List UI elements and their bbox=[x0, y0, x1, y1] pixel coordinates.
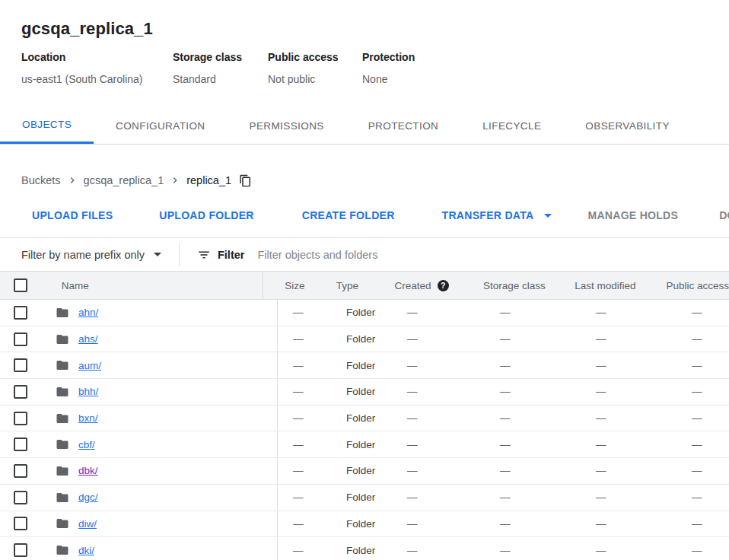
tab-lifecycle[interactable]: LIFECYCLE bbox=[460, 108, 563, 144]
row-checkbox[interactable] bbox=[14, 543, 27, 557]
row-last-modified: — bbox=[581, 300, 676, 326]
row-checkbox[interactable] bbox=[14, 358, 27, 372]
folder-link[interactable]: bhh/ bbox=[78, 386, 98, 397]
row-type: Folder bbox=[331, 352, 392, 378]
filter-scope-label: Filter by name prefix only bbox=[21, 249, 145, 261]
manage-holds-button[interactable]: MANAGE HOLDS bbox=[578, 202, 687, 229]
folder-link[interactable]: bxn/ bbox=[78, 412, 98, 424]
upload-files-button[interactable]: UPLOAD FILES bbox=[23, 202, 122, 229]
row-size: — bbox=[278, 352, 331, 378]
table-row: cbf/—Folder———— bbox=[0, 431, 729, 458]
column-header-storage-class: Storage class bbox=[462, 272, 553, 299]
row-storage-class: — bbox=[485, 406, 581, 431]
row-checkbox[interactable] bbox=[14, 491, 27, 504]
row-created: — bbox=[392, 326, 485, 352]
row-type: Folder bbox=[331, 406, 392, 431]
folder-icon bbox=[56, 464, 69, 478]
row-checkbox[interactable] bbox=[14, 385, 27, 399]
folder-link[interactable]: diw/ bbox=[78, 518, 97, 530]
bucket-meta: Location us-east1 (South Carolina) Stora… bbox=[21, 50, 729, 86]
filter-scope-dropdown[interactable]: Filter by name prefix only bbox=[21, 249, 161, 261]
table-body: ahn/—Folder————ahs/—Folder————aum/—Folde… bbox=[0, 300, 729, 560]
help-icon[interactable]: ? bbox=[438, 280, 449, 291]
upload-folder-button[interactable]: UPLOAD FOLDER bbox=[150, 202, 263, 229]
table-row: ahn/—Folder———— bbox=[0, 300, 729, 326]
row-last-modified: — bbox=[581, 537, 676, 560]
row-name-cell: ahs/ bbox=[43, 326, 278, 352]
row-last-modified: — bbox=[581, 431, 676, 457]
row-checkbox[interactable] bbox=[14, 332, 27, 346]
table-row: dki/—Folder———— bbox=[0, 537, 729, 560]
row-public-access: — bbox=[676, 326, 729, 352]
transfer-data-button[interactable]: TRANSFER DATA bbox=[433, 202, 562, 229]
tab-objects[interactable]: OBJECTS bbox=[0, 108, 94, 144]
filter-list-icon bbox=[197, 248, 211, 262]
row-size: — bbox=[278, 379, 331, 405]
row-name-cell: dbk/ bbox=[43, 458, 278, 484]
folder-link[interactable]: dbk/ bbox=[78, 465, 98, 476]
row-checkbox[interactable] bbox=[14, 517, 27, 530]
row-public-access: — bbox=[676, 300, 729, 326]
column-header-name: Name bbox=[41, 272, 263, 299]
dropdown-arrow-icon bbox=[544, 214, 552, 218]
folder-icon bbox=[56, 358, 69, 372]
download-button[interactable]: DOWNLOAD bbox=[710, 202, 729, 229]
row-last-modified: — bbox=[581, 326, 676, 352]
meta-value: Standard bbox=[173, 72, 268, 86]
row-storage-class: — bbox=[485, 485, 581, 511]
row-checkbox-cell bbox=[0, 511, 43, 537]
row-created: — bbox=[392, 458, 485, 484]
row-last-modified: — bbox=[581, 352, 676, 378]
filter-bar: Filter by name prefix only Filter bbox=[0, 238, 729, 272]
row-type: Folder bbox=[331, 511, 392, 537]
table-row: diw/—Folder———— bbox=[0, 511, 729, 538]
row-created: — bbox=[392, 379, 485, 405]
folder-link[interactable]: dgc/ bbox=[78, 492, 98, 503]
row-name-cell: dki/ bbox=[43, 537, 278, 560]
row-checkbox-cell bbox=[0, 300, 43, 326]
breadcrumb-buckets[interactable]: Buckets bbox=[21, 174, 61, 186]
bucket-header: gcsqa_replica_1 Location us-east1 (South… bbox=[0, 0, 729, 86]
object-actions-toolbar: UPLOAD FILES UPLOAD FOLDER CREATE FOLDER… bbox=[0, 202, 729, 229]
create-folder-button[interactable]: CREATE FOLDER bbox=[293, 202, 404, 229]
table-row: dgc/—Folder———— bbox=[0, 485, 729, 511]
folder-link[interactable]: cbf/ bbox=[78, 439, 95, 450]
copy-path-icon[interactable] bbox=[239, 174, 252, 187]
breadcrumb-bucket-name[interactable]: gcsqa_replica_1 bbox=[84, 174, 164, 186]
row-last-modified: — bbox=[581, 485, 676, 511]
tab-observability[interactable]: OBSERVABILITY bbox=[563, 108, 692, 144]
row-checkbox[interactable] bbox=[14, 412, 27, 425]
chevron-right-icon bbox=[169, 174, 181, 186]
transfer-data-label: TRANSFER DATA bbox=[442, 209, 534, 221]
folder-link[interactable]: ahn/ bbox=[78, 307, 98, 318]
row-name-cell: bhh/ bbox=[43, 379, 278, 405]
row-checkbox[interactable] bbox=[14, 464, 27, 478]
bucket-tabs: OBJECTS CONFIGURATION PERMISSIONS PROTEC… bbox=[0, 108, 729, 145]
row-storage-class: — bbox=[485, 300, 581, 326]
folder-link[interactable]: ahs/ bbox=[78, 333, 98, 345]
row-checkbox[interactable] bbox=[14, 306, 27, 320]
folder-link[interactable]: aum/ bbox=[78, 360, 101, 371]
select-all-checkbox[interactable] bbox=[14, 278, 27, 292]
table-row: bxn/—Folder———— bbox=[0, 406, 729, 432]
row-size: — bbox=[278, 406, 331, 431]
meta-label: Location bbox=[21, 50, 173, 64]
row-last-modified: — bbox=[581, 458, 676, 484]
row-size: — bbox=[278, 326, 331, 352]
row-storage-class: — bbox=[485, 352, 581, 378]
column-header-created: Created ? bbox=[374, 272, 462, 299]
row-type: Folder bbox=[331, 537, 392, 560]
row-name-cell: bxn/ bbox=[43, 406, 278, 431]
tab-protection[interactable]: PROTECTION bbox=[346, 108, 461, 144]
row-size: — bbox=[278, 537, 331, 560]
row-checkbox[interactable] bbox=[14, 438, 27, 451]
tab-configuration[interactable]: CONFIGURATION bbox=[94, 108, 227, 144]
column-header-size: Size bbox=[263, 272, 315, 299]
row-type: Folder bbox=[331, 379, 392, 405]
filter-objects-input[interactable] bbox=[257, 249, 729, 261]
folder-link[interactable]: dki/ bbox=[78, 545, 94, 556]
row-last-modified: — bbox=[581, 379, 676, 405]
breadcrumb: Buckets gcsqa_replica_1 replica_1 bbox=[21, 172, 729, 189]
tab-permissions[interactable]: PERMISSIONS bbox=[228, 108, 346, 144]
row-public-access: — bbox=[676, 511, 729, 537]
